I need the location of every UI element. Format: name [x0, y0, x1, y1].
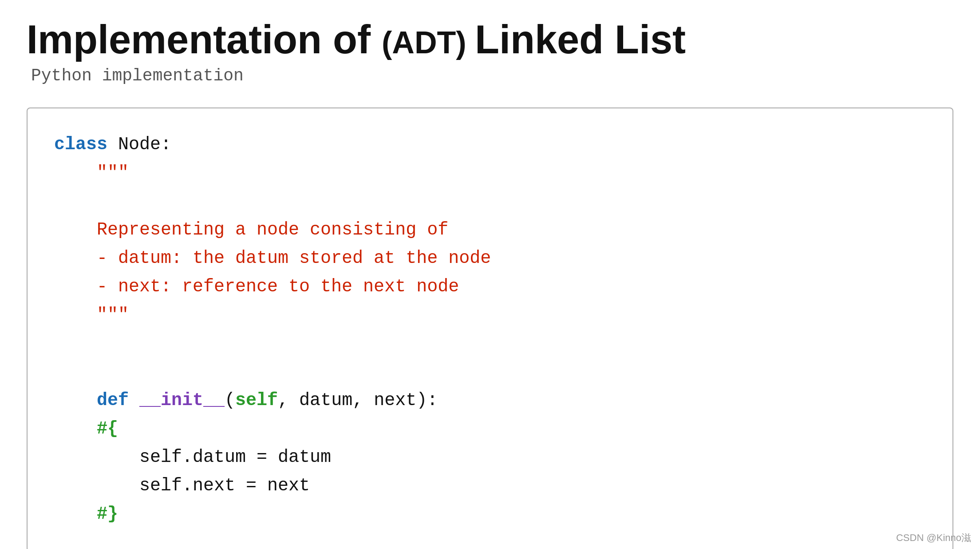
indent-def	[54, 390, 97, 410]
keyword-class: class	[54, 135, 107, 155]
param-self: self	[235, 390, 278, 410]
block-open-comment: #{	[54, 419, 118, 439]
docstring-line2: - datum: the datum stored at the node	[54, 248, 491, 268]
docstring-line1: Representing a node consisting of	[54, 220, 448, 240]
page-title: Implementation of (ADT) Linked List	[27, 18, 953, 62]
assign-next: self.next = next	[54, 476, 310, 496]
watermark: CSDN @Kinno滋	[896, 531, 971, 545]
title-implementation: Implementation	[27, 17, 322, 62]
code-box: class Node: """ Representing a node cons…	[27, 107, 953, 549]
docstring-open: """	[54, 163, 129, 183]
method-name: __init__	[139, 390, 225, 410]
title-adt: (ADT)	[382, 25, 475, 60]
keyword-def: def	[97, 390, 129, 410]
class-name: Node:	[107, 135, 171, 155]
page-subtitle: Python implementation	[31, 66, 953, 85]
method-params: (	[225, 390, 235, 410]
docstring-line3: - next: reference to the next node	[54, 277, 459, 297]
comma1: , datum, next):	[278, 390, 438, 410]
title-linked-list: Linked List	[475, 17, 686, 62]
title-of: of	[333, 17, 382, 62]
docstring-close: """	[54, 305, 129, 325]
assign-datum: self.datum = datum	[54, 447, 331, 467]
space	[129, 390, 139, 410]
code-block: class Node: """ Representing a node cons…	[54, 131, 926, 529]
block-close-comment: #}	[54, 504, 118, 524]
